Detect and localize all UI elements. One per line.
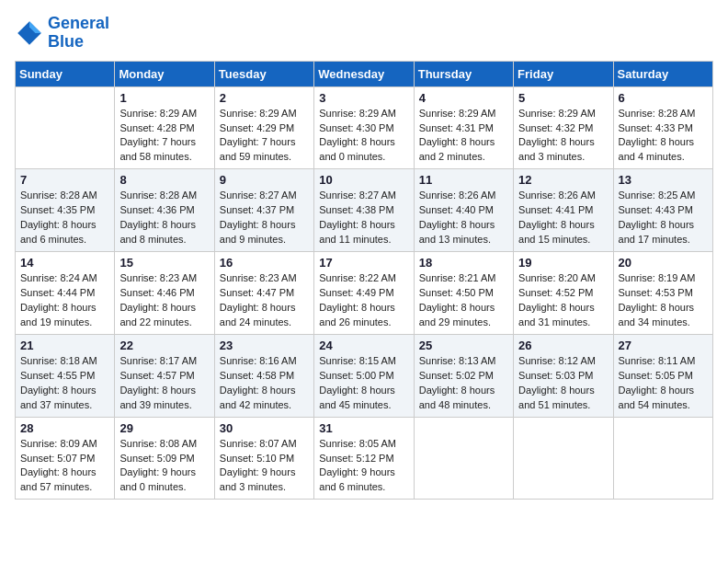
day-number: 4 <box>419 91 508 105</box>
day-info: Sunrise: 8:24 AMSunset: 4:44 PMDaylight:… <box>20 271 109 330</box>
day-number: 27 <box>619 339 708 352</box>
day-number: 17 <box>319 256 408 270</box>
calendar-cell: 22Sunrise: 8:17 AMSunset: 4:57 PMDayligh… <box>115 334 214 417</box>
weekday-header-thursday: Thursday <box>414 61 513 86</box>
day-number: 15 <box>119 256 209 270</box>
day-number: 2 <box>220 91 309 105</box>
day-info: Sunrise: 8:16 AMSunset: 4:58 PMDaylight:… <box>220 354 309 413</box>
day-number: 14 <box>20 256 109 270</box>
weekday-header-wednesday: Wednesday <box>314 61 414 86</box>
day-info: Sunrise: 8:20 AMSunset: 4:52 PMDaylight:… <box>518 271 608 330</box>
day-number: 10 <box>319 173 408 187</box>
day-info: Sunrise: 8:15 AMSunset: 5:00 PMDaylight:… <box>319 354 408 413</box>
day-info: Sunrise: 8:25 AMSunset: 4:43 PMDaylight:… <box>619 189 708 247</box>
calendar-cell: 19Sunrise: 8:20 AMSunset: 4:52 PMDayligh… <box>514 252 613 335</box>
calendar-cell: 24Sunrise: 8:15 AMSunset: 5:00 PMDayligh… <box>314 334 414 417</box>
day-number: 3 <box>319 91 408 105</box>
day-number: 20 <box>619 256 708 270</box>
calendar-week-4: 21Sunrise: 8:18 AMSunset: 4:55 PMDayligh… <box>16 334 713 417</box>
calendar-cell: 27Sunrise: 8:11 AMSunset: 5:05 PMDayligh… <box>613 334 712 417</box>
calendar-cell <box>613 417 712 500</box>
day-number: 7 <box>20 173 109 187</box>
day-info: Sunrise: 8:29 AMSunset: 4:32 PMDaylight:… <box>518 107 608 166</box>
calendar-cell: 28Sunrise: 8:09 AMSunset: 5:07 PMDayligh… <box>16 417 115 500</box>
day-number: 8 <box>119 173 209 187</box>
day-number: 13 <box>619 173 708 187</box>
logo-icon <box>15 18 44 48</box>
day-number: 18 <box>419 256 508 270</box>
calendar-cell <box>514 417 613 500</box>
day-info: Sunrise: 8:29 AMSunset: 4:31 PMDaylight:… <box>419 107 508 166</box>
calendar-week-1: 1Sunrise: 8:29 AMSunset: 4:28 PMDaylight… <box>16 86 713 169</box>
calendar-cell: 5Sunrise: 8:29 AMSunset: 4:32 PMDaylight… <box>514 86 613 169</box>
day-info: Sunrise: 8:29 AMSunset: 4:30 PMDaylight:… <box>319 107 408 166</box>
calendar-cell: 18Sunrise: 8:21 AMSunset: 4:50 PMDayligh… <box>414 252 513 335</box>
calendar-week-3: 14Sunrise: 8:24 AMSunset: 4:44 PMDayligh… <box>16 252 713 335</box>
calendar-cell: 25Sunrise: 8:13 AMSunset: 5:02 PMDayligh… <box>414 334 513 417</box>
day-number: 25 <box>419 339 508 352</box>
weekday-header-monday: Monday <box>115 61 214 86</box>
calendar-cell: 9Sunrise: 8:27 AMSunset: 4:37 PMDaylight… <box>214 169 313 252</box>
day-info: Sunrise: 8:23 AMSunset: 4:47 PMDaylight:… <box>220 271 309 330</box>
calendar-cell: 2Sunrise: 8:29 AMSunset: 4:29 PMDaylight… <box>214 86 313 169</box>
weekday-header-friday: Friday <box>514 61 613 86</box>
day-number: 24 <box>319 339 408 352</box>
day-info: Sunrise: 8:29 AMSunset: 4:28 PMDaylight:… <box>119 107 209 166</box>
calendar-body: 1Sunrise: 8:29 AMSunset: 4:28 PMDaylight… <box>16 86 713 500</box>
calendar-cell: 23Sunrise: 8:16 AMSunset: 4:58 PMDayligh… <box>214 334 313 417</box>
day-number: 28 <box>20 421 109 435</box>
calendar-cell: 15Sunrise: 8:23 AMSunset: 4:46 PMDayligh… <box>115 252 214 335</box>
calendar-cell: 10Sunrise: 8:27 AMSunset: 4:38 PMDayligh… <box>314 169 414 252</box>
calendar-cell: 1Sunrise: 8:29 AMSunset: 4:28 PMDaylight… <box>115 86 214 169</box>
weekday-header-row: SundayMondayTuesdayWednesdayThursdayFrid… <box>16 61 713 86</box>
day-number: 21 <box>20 339 109 352</box>
day-info: Sunrise: 8:28 AMSunset: 4:35 PMDaylight:… <box>20 189 109 247</box>
day-info: Sunrise: 8:11 AMSunset: 5:05 PMDaylight:… <box>619 354 708 413</box>
day-info: Sunrise: 8:26 AMSunset: 4:40 PMDaylight:… <box>419 189 508 247</box>
calendar-cell: 29Sunrise: 8:08 AMSunset: 5:09 PMDayligh… <box>115 417 214 500</box>
day-number: 6 <box>619 91 708 105</box>
day-info: Sunrise: 8:13 AMSunset: 5:02 PMDaylight:… <box>419 354 508 413</box>
logo: General Blue <box>15 15 109 52</box>
day-info: Sunrise: 8:29 AMSunset: 4:29 PMDaylight:… <box>220 107 309 166</box>
calendar-cell: 8Sunrise: 8:28 AMSunset: 4:36 PMDaylight… <box>115 169 214 252</box>
calendar-cell <box>414 417 513 500</box>
calendar-week-5: 28Sunrise: 8:09 AMSunset: 5:07 PMDayligh… <box>16 417 713 500</box>
day-number: 22 <box>119 339 209 352</box>
day-info: Sunrise: 8:27 AMSunset: 4:38 PMDaylight:… <box>319 189 408 247</box>
calendar-cell: 12Sunrise: 8:26 AMSunset: 4:41 PMDayligh… <box>514 169 613 252</box>
day-number: 11 <box>419 173 508 187</box>
calendar-cell: 26Sunrise: 8:12 AMSunset: 5:03 PMDayligh… <box>514 334 613 417</box>
calendar-cell: 31Sunrise: 8:05 AMSunset: 5:12 PMDayligh… <box>314 417 414 500</box>
day-info: Sunrise: 8:12 AMSunset: 5:03 PMDaylight:… <box>518 354 608 413</box>
calendar-cell: 7Sunrise: 8:28 AMSunset: 4:35 PMDaylight… <box>16 169 115 252</box>
day-info: Sunrise: 8:26 AMSunset: 4:41 PMDaylight:… <box>518 189 608 247</box>
day-number: 9 <box>220 173 309 187</box>
calendar-cell: 4Sunrise: 8:29 AMSunset: 4:31 PMDaylight… <box>414 86 513 169</box>
calendar-cell: 20Sunrise: 8:19 AMSunset: 4:53 PMDayligh… <box>613 252 712 335</box>
calendar-table: SundayMondayTuesdayWednesdayThursdayFrid… <box>15 61 713 500</box>
logo-text: General Blue <box>48 15 109 52</box>
calendar-cell: 30Sunrise: 8:07 AMSunset: 5:10 PMDayligh… <box>214 417 313 500</box>
weekday-header-sunday: Sunday <box>16 61 115 86</box>
calendar-cell: 6Sunrise: 8:28 AMSunset: 4:33 PMDaylight… <box>613 86 712 169</box>
day-number: 29 <box>119 421 209 435</box>
day-info: Sunrise: 8:19 AMSunset: 4:53 PMDaylight:… <box>619 271 708 330</box>
day-info: Sunrise: 8:05 AMSunset: 5:12 PMDaylight:… <box>319 437 408 496</box>
calendar-week-2: 7Sunrise: 8:28 AMSunset: 4:35 PMDaylight… <box>16 169 713 252</box>
day-info: Sunrise: 8:08 AMSunset: 5:09 PMDaylight:… <box>119 437 209 496</box>
weekday-header-saturday: Saturday <box>613 61 712 86</box>
day-info: Sunrise: 8:07 AMSunset: 5:10 PMDaylight:… <box>220 437 309 496</box>
day-number: 16 <box>220 256 309 270</box>
day-info: Sunrise: 8:23 AMSunset: 4:46 PMDaylight:… <box>119 271 209 330</box>
calendar-cell: 11Sunrise: 8:26 AMSunset: 4:40 PMDayligh… <box>414 169 513 252</box>
day-info: Sunrise: 8:18 AMSunset: 4:55 PMDaylight:… <box>20 354 109 413</box>
calendar-cell: 16Sunrise: 8:23 AMSunset: 4:47 PMDayligh… <box>214 252 313 335</box>
day-info: Sunrise: 8:09 AMSunset: 5:07 PMDaylight:… <box>20 437 109 496</box>
day-number: 30 <box>220 421 309 435</box>
calendar-cell: 3Sunrise: 8:29 AMSunset: 4:30 PMDaylight… <box>314 86 414 169</box>
calendar-cell: 13Sunrise: 8:25 AMSunset: 4:43 PMDayligh… <box>613 169 712 252</box>
day-info: Sunrise: 8:28 AMSunset: 4:36 PMDaylight:… <box>119 189 209 247</box>
day-info: Sunrise: 8:17 AMSunset: 4:57 PMDaylight:… <box>119 354 209 413</box>
day-info: Sunrise: 8:21 AMSunset: 4:50 PMDaylight:… <box>419 271 508 330</box>
